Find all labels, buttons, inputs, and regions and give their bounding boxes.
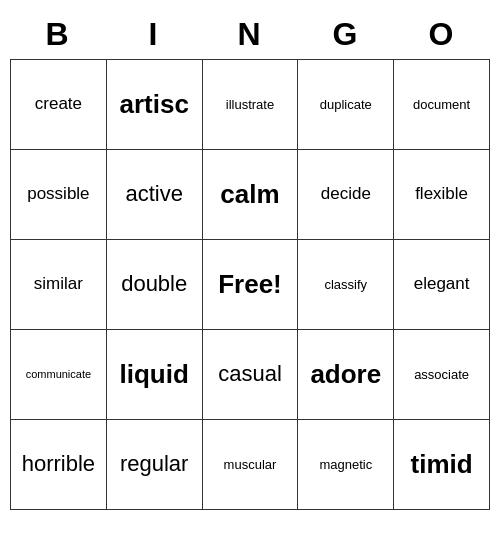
cell-text: magnetic (319, 457, 372, 473)
cell-text: regular (120, 451, 188, 477)
header-letter: O (394, 10, 490, 59)
cell-text: double (121, 271, 187, 297)
bingo-cell[interactable]: magnetic (298, 420, 394, 510)
cell-text: similar (34, 274, 83, 294)
cell-text: active (125, 181, 182, 207)
bingo-cell[interactable]: adore (298, 330, 394, 420)
bingo-cell[interactable]: timid (394, 420, 490, 510)
bingo-cell[interactable]: liquid (107, 330, 203, 420)
bingo-cell[interactable]: horrible (11, 420, 107, 510)
bingo-cell[interactable]: illustrate (203, 60, 299, 150)
cell-text: casual (218, 361, 282, 387)
bingo-cell[interactable]: communicate (11, 330, 107, 420)
bingo-cell[interactable]: regular (107, 420, 203, 510)
cell-text: illustrate (226, 97, 274, 113)
header-letter: I (106, 10, 202, 59)
cell-text: possible (27, 184, 89, 204)
bingo-card: BINGO createartiscillustrateduplicatedoc… (10, 10, 490, 510)
cell-text: associate (414, 367, 469, 383)
cell-text: timid (411, 449, 473, 480)
cell-text: classify (324, 277, 367, 293)
bingo-cell[interactable]: Free! (203, 240, 299, 330)
bingo-cell[interactable]: artisc (107, 60, 203, 150)
bingo-cell[interactable]: flexible (394, 150, 490, 240)
bingo-cell[interactable]: elegant (394, 240, 490, 330)
bingo-cell[interactable]: muscular (203, 420, 299, 510)
bingo-cell[interactable]: calm (203, 150, 299, 240)
cell-text: liquid (120, 359, 189, 390)
bingo-cell[interactable]: possible (11, 150, 107, 240)
bingo-cell[interactable]: create (11, 60, 107, 150)
cell-text: artisc (120, 89, 189, 120)
cell-text: communicate (26, 368, 91, 381)
cell-text: elegant (414, 274, 470, 294)
cell-text: decide (321, 184, 371, 204)
bingo-cell[interactable]: casual (203, 330, 299, 420)
cell-text: calm (220, 179, 279, 210)
cell-text: muscular (224, 457, 277, 473)
bingo-cell[interactable]: similar (11, 240, 107, 330)
bingo-cell[interactable]: classify (298, 240, 394, 330)
bingo-cell[interactable]: duplicate (298, 60, 394, 150)
bingo-cell[interactable]: document (394, 60, 490, 150)
cell-text: flexible (415, 184, 468, 204)
cell-text: create (35, 94, 82, 114)
bingo-cell[interactable]: associate (394, 330, 490, 420)
bingo-cell[interactable]: active (107, 150, 203, 240)
bingo-header: BINGO (10, 10, 490, 59)
cell-text: duplicate (320, 97, 372, 113)
cell-text: adore (310, 359, 381, 390)
header-letter: B (10, 10, 106, 59)
cell-text: horrible (22, 451, 95, 477)
bingo-cell[interactable]: decide (298, 150, 394, 240)
cell-text: Free! (218, 269, 282, 300)
header-letter: G (298, 10, 394, 59)
cell-text: document (413, 97, 470, 113)
bingo-cell[interactable]: double (107, 240, 203, 330)
bingo-grid: createartiscillustrateduplicatedocumentp… (10, 59, 490, 510)
header-letter: N (202, 10, 298, 59)
